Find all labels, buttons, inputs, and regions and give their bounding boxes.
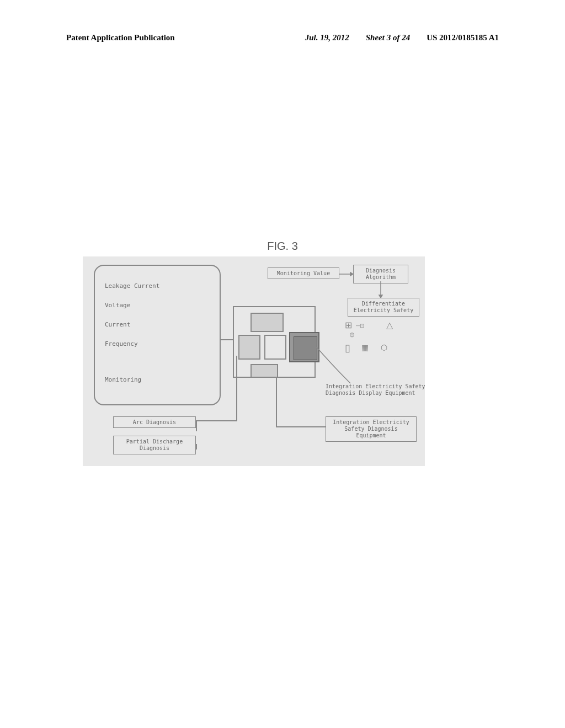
page-header: Patent Application Publication Jul. 19, …	[0, 33, 565, 42]
device-module-3	[264, 335, 286, 360]
device-module-4	[250, 364, 278, 378]
partial-discharge-box: Partial Discharge Diagnosis	[113, 436, 196, 454]
svg-marker-3	[379, 295, 382, 298]
pub-date: Jul. 19, 2012	[305, 33, 349, 42]
param-current: Current	[105, 321, 130, 328]
svg-marker-1	[350, 272, 353, 276]
param-frequency: Frequency	[105, 340, 138, 347]
header-right: Jul. 19, 2012 Sheet 3 of 24 US 2012/0185…	[305, 33, 499, 42]
chip-icon: ▦	[361, 343, 369, 352]
alert-icon: △	[386, 320, 393, 330]
sheet-number: Sheet 3 of 24	[366, 33, 410, 42]
connector-arc-vertical	[196, 420, 197, 431]
param-monitoring: Monitoring	[105, 376, 141, 383]
pub-number: US 2012/0185185 A1	[427, 33, 499, 42]
figure-label: FIG. 3	[267, 240, 298, 253]
connector-icon: ─⊡	[356, 323, 364, 329]
monitoring-value-box: Monitoring Value	[268, 267, 339, 279]
device-module-1	[250, 313, 284, 332]
connector-device-to-integration	[276, 378, 277, 427]
connector-arc-up	[236, 356, 237, 421]
param-voltage: Voltage	[105, 302, 130, 309]
connector-monitoring-to-device	[221, 339, 233, 340]
connector-pd-vertical	[196, 444, 197, 449]
arrow-monitoring-to-algorithm	[339, 271, 353, 277]
hexagon-icon: ⬡	[381, 343, 387, 352]
arrow-algorithm-to-differentiate	[378, 281, 383, 298]
diagram-container: Leakage Current Voltage Current Frequenc…	[83, 256, 425, 466]
connector-integration-horizontal	[276, 426, 326, 427]
param-leakage-current: Leakage Current	[105, 282, 159, 290]
device-module-2	[238, 335, 260, 360]
differentiate-box: Differentiate Electricity Safety	[348, 298, 419, 317]
node-icon: ⊖	[349, 331, 355, 339]
network-icon: ⊞	[345, 320, 352, 330]
pointer-to-display	[303, 342, 359, 392]
publication-type: Patent Application Publication	[66, 33, 175, 42]
integration-equipment-box: Integration Electricity Safety Diagnosis…	[326, 416, 417, 442]
connector-arc-horizontal	[196, 420, 237, 421]
diagnosis-algorithm-box: Diagnosis Algorithm	[353, 265, 408, 283]
monitoring-panel: Leakage Current Voltage Current Frequenc…	[94, 265, 221, 405]
arc-diagnosis-box: Arc Diagnosis	[113, 416, 196, 428]
